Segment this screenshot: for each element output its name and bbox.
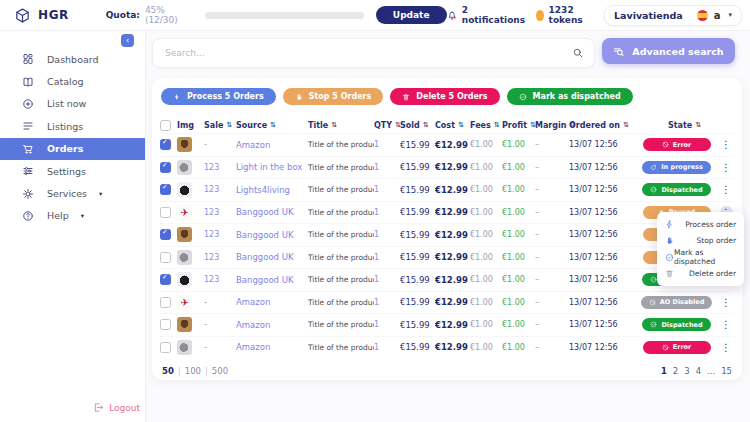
page-number[interactable]: 15 — [721, 366, 732, 376]
source-link[interactable]: Banggood UK — [236, 207, 308, 217]
sidebar-item[interactable]: Orders — [0, 138, 145, 160]
bulk-action-button[interactable]: Mark as dispatched — [507, 88, 633, 105]
qty-value: 1 — [374, 253, 400, 262]
context-menu-item[interactable]: Stop order — [657, 233, 744, 250]
column-header[interactable]: Source ⇅ — [236, 121, 308, 130]
source-link[interactable]: Banggood UK — [236, 230, 308, 240]
update-button[interactable]: Update — [376, 6, 447, 24]
row-checkbox[interactable] — [160, 162, 171, 173]
cost-price: €12.99 — [435, 207, 470, 217]
sort-icon[interactable]: ⇅ — [494, 121, 500, 129]
cost-price: €12.99 — [435, 320, 470, 330]
sale-link[interactable]: 123 — [204, 185, 236, 194]
page-number[interactable]: 2 — [673, 366, 678, 376]
source-link[interactable]: Amazon — [236, 140, 308, 150]
sale-link[interactable]: 123 — [204, 163, 236, 172]
status-icon — [650, 164, 657, 171]
page-number[interactable]: ... — [707, 366, 715, 376]
column-header[interactable]: Sold ⇅ — [400, 121, 435, 130]
select-all-checkbox[interactable] — [160, 120, 171, 131]
row-checkbox[interactable] — [160, 274, 171, 285]
page-size-option[interactable]: 100 — [185, 366, 212, 376]
row-checkbox[interactable] — [160, 139, 171, 150]
row-menu-button[interactable]: ⋮ — [720, 161, 733, 174]
column-header[interactable]: Margin ⇅ — [535, 121, 569, 130]
source-link[interactable]: Amazon — [236, 342, 308, 352]
row-menu-button[interactable]: ⋮ — [720, 296, 733, 309]
sale-link[interactable]: - — [204, 343, 236, 352]
row-checkbox[interactable] — [160, 184, 171, 195]
row-menu-button[interactable]: ⋮ — [720, 341, 733, 354]
row-menu-button[interactable]: ⋮ — [720, 183, 733, 196]
sort-icon[interactable]: ⇅ — [226, 121, 232, 129]
source-link[interactable]: Lights4living — [236, 185, 308, 195]
column-header[interactable]: Cost ⇅ — [435, 121, 470, 130]
sold-price: €15.99 — [400, 230, 435, 240]
store-selector[interactable]: Lavivatienda a ▾ — [604, 5, 742, 26]
column-header[interactable]: Profit ⇅ — [502, 121, 535, 130]
orders-card: Process 5 Orders Stop 5 Orders Delete 5 … — [152, 78, 742, 380]
sidebar-item[interactable]: Catalog — [0, 70, 145, 92]
row-checkbox[interactable] — [160, 319, 171, 330]
row-menu-button[interactable]: ⋮ — [720, 318, 733, 331]
page-number[interactable]: 1 — [661, 366, 667, 376]
bulk-action-button[interactable]: Stop 5 Orders — [283, 88, 384, 105]
source-link[interactable]: Banggood UK — [236, 252, 308, 262]
sale-link[interactable]: 123 — [204, 253, 236, 262]
sale-link[interactable]: - — [204, 320, 236, 329]
column-header[interactable]: Sale ⇅ — [204, 121, 236, 130]
logout-button[interactable]: Logout — [93, 402, 140, 413]
page-size-option[interactable]: 500 — [212, 366, 228, 376]
sort-icon[interactable]: ⇅ — [623, 121, 629, 129]
sidebar-item[interactable]: Settings — [0, 160, 145, 182]
column-header[interactable]: Img — [177, 121, 204, 130]
page-size-option[interactable]: 50 — [162, 366, 185, 376]
row-checkbox[interactable] — [160, 252, 171, 263]
column-header[interactable]: QTY ⇅ — [374, 121, 400, 130]
page-number[interactable]: 4 — [696, 366, 701, 376]
context-menu-item[interactable]: Mark as dispatched — [657, 249, 744, 266]
context-menu-item[interactable]: Delete order — [657, 266, 744, 283]
sale-link[interactable]: - — [204, 140, 236, 149]
row-checkbox[interactable] — [160, 297, 171, 308]
sale-link[interactable]: 123 — [204, 208, 236, 217]
sidebar-collapse-button[interactable]: ‹ — [121, 34, 134, 47]
source-link[interactable]: Amazon — [236, 320, 308, 330]
source-link[interactable]: Light in the box — [236, 162, 308, 172]
row-menu-button[interactable]: ⋮ — [720, 138, 733, 151]
column-header[interactable]: State ⇅ — [635, 121, 734, 130]
profit-value: €1.00 — [502, 208, 535, 217]
context-menu-item[interactable]: Process order — [657, 216, 744, 233]
bulk-action-button[interactable]: Delete 5 Orders — [390, 88, 499, 105]
sale-link[interactable]: 123 — [204, 275, 236, 284]
sidebar-item[interactable]: Services ▾ — [0, 182, 145, 204]
search-input[interactable] — [163, 47, 572, 59]
bulk-action-button[interactable]: Process 5 Orders — [161, 88, 276, 105]
profit-value: €1.00 — [502, 163, 535, 172]
source-link[interactable]: Amazon — [236, 297, 308, 307]
source-link[interactable]: Banggood UK — [236, 275, 308, 285]
qty-value: 1 — [374, 320, 400, 329]
page-number[interactable]: 3 — [684, 366, 689, 376]
row-checkbox[interactable] — [160, 207, 171, 218]
notifications-count[interactable]: 2 notifications — [462, 5, 525, 25]
row-checkbox[interactable] — [160, 342, 171, 353]
sidebar-item[interactable]: Dashboard — [0, 48, 145, 70]
sort-icon[interactable]: ⇅ — [695, 121, 701, 129]
column-header[interactable]: Title ⇅ — [308, 121, 374, 130]
sidebar-item[interactable]: List now — [0, 93, 145, 115]
sort-icon[interactable]: ⇅ — [331, 121, 337, 129]
sort-icon[interactable]: ⇅ — [270, 121, 276, 129]
sort-icon[interactable]: ⇅ — [458, 121, 464, 129]
bell-icon[interactable] — [447, 8, 457, 23]
sidebar-item[interactable]: Help ▾ — [0, 205, 145, 227]
column-header[interactable]: Fees ⇅ — [470, 121, 502, 130]
sort-icon[interactable]: ⇅ — [423, 121, 429, 129]
sale-link[interactable]: 123 — [204, 230, 236, 239]
search-icon[interactable] — [572, 47, 584, 59]
column-header[interactable]: Ordered on ⇅ — [569, 121, 635, 130]
sale-link[interactable]: - — [204, 298, 236, 307]
sidebar-item[interactable]: Listings — [0, 115, 145, 137]
advanced-search-button[interactable]: Advanced search — [602, 38, 735, 64]
row-checkbox[interactable] — [160, 229, 171, 240]
